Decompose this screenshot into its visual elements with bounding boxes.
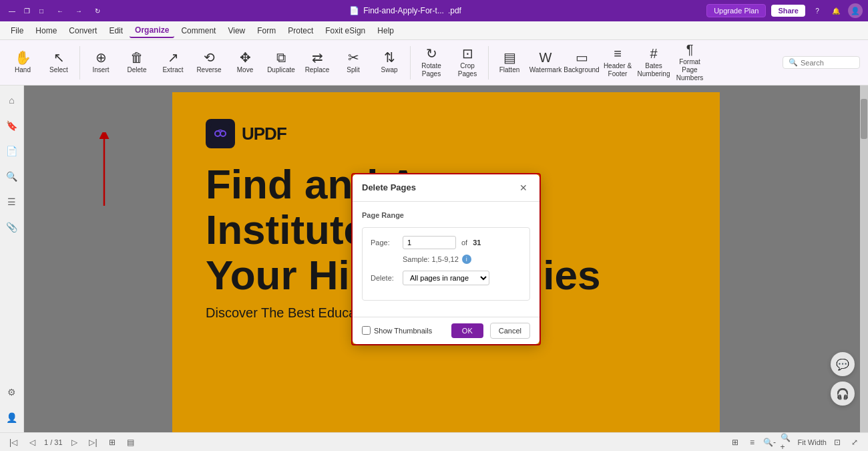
menu-comment[interactable]: Comment — [176, 24, 221, 37]
sidebar-icon-bookmark[interactable]: 🔖 — [3, 116, 21, 135]
minimize-button[interactable]: — — [5, 4, 19, 17]
left-sidebar: ⌂ 🔖 📄 🔍 ☰ 📎 ⚙ 👤 — [0, 86, 24, 432]
toolbar: ✋ Hand ↖ Select ⊕ Insert 🗑 Delete ↗ Extr… — [0, 40, 868, 86]
sidebar-icon-user[interactable]: 👤 — [3, 408, 21, 427]
dialog-close-button[interactable]: ✕ — [517, 181, 530, 194]
cancel-button[interactable]: Cancel — [490, 323, 530, 339]
share-button[interactable]: Share — [771, 5, 805, 17]
avatar[interactable]: 👤 — [848, 3, 863, 18]
toolbar-crop[interactable]: ⊡ Crop Pages — [450, 43, 485, 82]
back-button[interactable]: ← — [53, 4, 67, 17]
maximize-button[interactable]: □ — [35, 4, 48, 17]
dialog-sample-text: Sample: 1,5-9,12 — [403, 255, 459, 263]
sidebar-icon-attach[interactable]: 📎 — [3, 218, 21, 237]
upgrade-button[interactable]: Upgrade Plan — [706, 4, 766, 17]
restore-button[interactable]: ❐ — [20, 4, 33, 17]
dialog-section-title: Page Range — [362, 211, 530, 219]
toolbar-reverse[interactable]: ⟲ Reverse — [192, 43, 226, 82]
toolbar-watermark[interactable]: W Watermark — [528, 43, 563, 82]
dialog-footer: Show Thumbnails OK Cancel — [353, 317, 539, 344]
zoom-in-button[interactable]: 🔍+ — [781, 436, 794, 449]
menu-home[interactable]: Home — [30, 24, 62, 37]
menu-view[interactable]: View — [222, 24, 250, 37]
delete-pages-dialog: Delete Pages ✕ Page Range Page: of — [353, 174, 539, 344]
crop-icon: ⊡ — [462, 47, 473, 60]
window-controls[interactable]: — ❐ □ — [5, 4, 48, 17]
pdf-area: UPDF Find and Apply For t Institutes In … — [24, 86, 868, 432]
sidebar-icon-pages[interactable]: 📄 — [3, 142, 21, 160]
toolbar-insert[interactable]: ⊕ Insert — [83, 43, 118, 82]
grid-view-button[interactable]: ⊞ — [728, 436, 742, 449]
sidebar-icon-search[interactable]: 🔍 — [3, 167, 21, 186]
toolbar-split[interactable]: ✂ Split — [336, 43, 371, 82]
sidebar-icon-settings[interactable]: ⚙ — [3, 383, 21, 402]
flatten-icon: ▤ — [503, 51, 516, 64]
zoom-out-button[interactable]: 🔍- — [763, 436, 777, 449]
toolbar-background[interactable]: ▭ Background — [564, 43, 599, 82]
toolbar-extract[interactable]: ↗ Extract — [156, 43, 190, 82]
header-footer-label: Header & Footer — [602, 62, 634, 78]
split-label: Split — [347, 66, 359, 74]
toolbar-format-page[interactable]: ¶ Format Page Numbers — [672, 43, 707, 82]
forward-button[interactable]: → — [72, 4, 85, 17]
toolbar-delete[interactable]: 🗑 Delete — [120, 43, 154, 82]
single-page-button[interactable]: ▤ — [124, 436, 138, 449]
nav-first-button[interactable]: |◁ — [7, 436, 20, 449]
toolbar-rotate[interactable]: ↻ Rotate Pages — [414, 43, 449, 82]
dialog-body: Page Range Page: of 31 Sample — [353, 202, 539, 317]
page-info: 1 / 31 — [44, 438, 63, 446]
help-icon[interactable]: ? — [811, 4, 824, 17]
ok-button[interactable]: OK — [451, 323, 483, 338]
notifications-icon[interactable]: 🔔 — [829, 4, 843, 17]
menu-protect[interactable]: Protect — [282, 24, 318, 37]
toolbar-replace[interactable]: ⇄ Replace — [300, 43, 335, 82]
filename: Find-and-Apply-For-t... — [363, 6, 444, 15]
search-input[interactable] — [801, 59, 854, 67]
dialog-overlay: Delete Pages ✕ Page Range Page: of — [24, 86, 868, 432]
menu-file[interactable]: File — [5, 24, 29, 37]
hand-icon: ✋ — [15, 51, 31, 64]
toolbar-move[interactable]: ✥ Move — [228, 43, 262, 82]
toolbar-flatten[interactable]: ▤ Flatten — [492, 43, 527, 82]
menu-organize[interactable]: Organize — [130, 23, 174, 38]
insert-label: Insert — [92, 66, 109, 74]
toolbar-duplicate[interactable]: ⧉ Duplicate — [264, 43, 298, 82]
toolbar-select[interactable]: ↖ Select — [41, 43, 76, 82]
swap-icon: ⇅ — [384, 51, 395, 64]
dialog-page-input[interactable] — [403, 236, 456, 249]
nav-last-button[interactable]: ▷| — [87, 436, 100, 449]
menu-edit[interactable]: Edit — [103, 24, 128, 37]
background-label: Background — [564, 66, 599, 74]
menu-form[interactable]: Form — [252, 24, 281, 37]
thumbnail-view-button[interactable]: ⊞ — [105, 436, 119, 449]
move-label: Move — [237, 66, 253, 74]
status-right: ⊞ ≡ 🔍- 🔍+ Fit Width ⊡ ⤢ — [728, 436, 861, 449]
split-icon: ✂ — [348, 51, 359, 64]
show-thumbnails-checkbox[interactable] — [362, 326, 371, 335]
file-icon: 📄 — [349, 6, 359, 15]
toolbar-header-footer[interactable]: ≡ Header & Footer — [600, 43, 635, 82]
dialog-title: Delete Pages — [362, 182, 416, 192]
list-view-button[interactable]: ≡ — [746, 436, 759, 449]
menu-help[interactable]: Help — [372, 24, 399, 37]
toolbar-swap[interactable]: ⇅ Swap — [372, 43, 407, 82]
move-icon: ✥ — [240, 51, 251, 64]
menu-convert[interactable]: Convert — [63, 24, 102, 37]
filetype: .pdf — [448, 6, 461, 15]
fit-width-label: Fit Width — [798, 438, 827, 446]
toolbar-bates[interactable]: # Bates Numbering — [636, 43, 671, 82]
fit-button[interactable]: ⊡ — [831, 436, 844, 449]
fullscreen-button[interactable]: ⤢ — [848, 436, 861, 449]
sidebar-icon-home[interactable]: ⌂ — [3, 91, 21, 110]
search-box[interactable]: 🔍 — [783, 56, 860, 69]
dialog-delete-select[interactable]: All pages in range Even pages in range O… — [403, 271, 489, 285]
sidebar-icon-layers[interactable]: ☰ — [3, 192, 21, 211]
nav-prev-button[interactable]: ◁ — [25, 436, 39, 449]
toolbar-hand[interactable]: ✋ Hand — [5, 43, 40, 82]
reload-button[interactable]: ↻ — [91, 4, 104, 17]
info-icon[interactable]: i — [462, 255, 471, 264]
menu-foxit[interactable]: Foxit eSign — [320, 24, 371, 37]
nav-next-button[interactable]: ▷ — [68, 436, 81, 449]
dialog-page-row: Page: of 31 — [371, 236, 521, 249]
replace-icon: ⇄ — [312, 51, 323, 64]
